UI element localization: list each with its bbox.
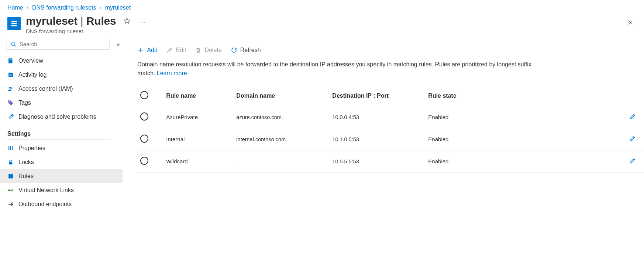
breadcrumb: Home › DNS forwarding rulesets › myrules…: [0, 0, 644, 13]
add-button[interactable]: Add: [137, 47, 157, 53]
outbound-icon: [7, 201, 14, 208]
blade-name: Rules: [86, 15, 116, 27]
svg-point-14: [8, 190, 10, 191]
button-label: Refresh: [240, 47, 261, 53]
cell-destination: 10.5.5.5:53: [332, 159, 428, 164]
sidebar-item-vnet-links[interactable]: Virtual Network Links: [7, 183, 123, 197]
search-box[interactable]: [7, 39, 110, 49]
sidebar-item-label: Properties: [18, 145, 45, 152]
button-label: Delete: [204, 47, 221, 53]
select-all-radio[interactable]: [140, 91, 148, 99]
trash-icon: [195, 47, 202, 53]
pencil-icon: [166, 47, 173, 53]
sidebar-item-label: Diagnose and solve problems: [18, 114, 96, 120]
svg-point-8: [9, 101, 10, 102]
main-content: Add Edit Delete Refresh Domain name reso…: [123, 39, 644, 269]
sidebar-item-label: Tags: [18, 100, 31, 106]
col-rule-state[interactable]: Rule state: [428, 93, 627, 99]
edit-button[interactable]: Edit: [166, 47, 186, 53]
svg-point-6: [9, 87, 11, 89]
cell-rule-state: Enabled: [428, 158, 627, 164]
svg-rect-13: [8, 174, 13, 178]
sidebar-item-label: Overview: [18, 58, 43, 64]
pencil-icon: [629, 157, 636, 164]
svg-rect-9: [8, 146, 9, 150]
svg-point-7: [11, 87, 13, 89]
plus-icon: [137, 47, 144, 53]
sidebar-item-rules[interactable]: Rules: [0, 169, 123, 183]
search-icon: [11, 41, 17, 47]
resource-name: myruleset: [26, 15, 78, 27]
sidebar-item-access-control[interactable]: Access control (IAM): [7, 82, 123, 96]
svg-rect-11: [12, 146, 13, 150]
cell-rule-state: Enabled: [428, 136, 627, 142]
people-icon: [7, 86, 14, 92]
resource-icon: [7, 17, 21, 30]
row-edit-button[interactable]: [627, 156, 638, 167]
chevron-right-icon: ›: [27, 5, 28, 11]
button-label: Edit: [176, 47, 186, 53]
blade-header: myruleset | Rules … DNS forwarding rules…: [0, 13, 644, 39]
sidebar-item-label: Locks: [18, 159, 34, 166]
sidebar-item-locks[interactable]: Locks: [7, 155, 123, 169]
resource-type-label: DNS forwarding ruleset: [26, 28, 148, 34]
sidebar-item-overview[interactable]: Overview: [7, 54, 123, 68]
page-title: myruleset | Rules: [26, 15, 116, 27]
col-domain-name[interactable]: Domain name: [236, 93, 332, 99]
col-rule-name[interactable]: Rule name: [166, 93, 236, 99]
sidebar-item-diagnose[interactable]: Diagnose and solve problems: [7, 110, 123, 124]
row-edit-button[interactable]: [627, 133, 638, 145]
svg-rect-10: [10, 146, 11, 150]
rules-table: Rule name Domain name Destination IP : P…: [137, 86, 644, 173]
row-select-radio[interactable]: [140, 135, 148, 143]
rules-icon: [7, 173, 14, 180]
table-row: Internal internal.contoso.com. 10.1.0.5:…: [137, 128, 644, 150]
table-header-row: Rule name Domain name Destination IP : P…: [137, 86, 644, 106]
row-edit-button[interactable]: [627, 111, 638, 123]
sidebar: « Overview Activity log Access control (…: [0, 39, 123, 269]
sidebar-item-tags[interactable]: Tags: [7, 96, 123, 110]
sidebar-item-label: Outbound endpoints: [18, 201, 72, 208]
favorite-button[interactable]: [122, 16, 132, 27]
command-bar: Add Edit Delete Refresh: [137, 45, 644, 60]
breadcrumb-home[interactable]: Home: [7, 4, 23, 11]
collapse-sidebar-button[interactable]: «: [115, 39, 121, 49]
cell-destination: 10.1.0.5:53: [332, 136, 428, 142]
chevron-double-left-icon: «: [117, 41, 120, 47]
sidebar-section-settings: Settings: [7, 124, 111, 140]
more-button[interactable]: …: [138, 16, 148, 26]
close-button[interactable]: [626, 18, 635, 28]
search-input[interactable]: [20, 41, 106, 47]
col-destination[interactable]: Destination IP : Port: [332, 93, 428, 99]
breadcrumb-parent[interactable]: DNS forwarding rulesets: [32, 4, 96, 11]
cell-rule-name: AzurePrivate: [166, 114, 236, 120]
delete-button[interactable]: Delete: [195, 47, 221, 53]
sidebar-section-label: Settings: [7, 131, 31, 137]
svg-rect-2: [9, 59, 12, 60]
sidebar-item-label: Virtual Network Links: [18, 187, 74, 194]
sidebar-item-label: Access control (IAM): [18, 86, 73, 92]
properties-icon: [7, 145, 14, 152]
sidebar-item-properties[interactable]: Properties: [7, 141, 123, 155]
row-select-radio[interactable]: [140, 157, 148, 165]
pencil-icon: [629, 113, 636, 120]
refresh-button[interactable]: Refresh: [231, 47, 261, 53]
activity-log-icon: [7, 72, 14, 78]
sidebar-item-outbound-endpoints[interactable]: Outbound endpoints: [7, 197, 123, 211]
sidebar-item-activity-log[interactable]: Activity log: [7, 68, 123, 82]
row-select-radio[interactable]: [140, 112, 148, 121]
cell-domain-name: azure.contoso.com.: [236, 114, 332, 120]
cell-domain-name: internal.contoso.com.: [236, 136, 332, 142]
blade-description: Domain name resolution requests will be …: [137, 60, 543, 78]
svg-point-0: [11, 42, 15, 45]
table-row: AzurePrivate azure.contoso.com. 10.0.0.4…: [137, 106, 644, 128]
chevron-right-icon: ›: [100, 5, 101, 11]
sidebar-item-label: Rules: [18, 173, 34, 180]
cell-destination: 10.0.0.4:53: [332, 114, 428, 120]
learn-more-link[interactable]: Learn more: [157, 70, 187, 76]
overview-icon: [7, 58, 14, 64]
breadcrumb-current[interactable]: myruleset: [105, 4, 131, 11]
close-icon: [627, 19, 634, 26]
svg-rect-12: [9, 162, 13, 164]
wrench-icon: [7, 114, 14, 120]
